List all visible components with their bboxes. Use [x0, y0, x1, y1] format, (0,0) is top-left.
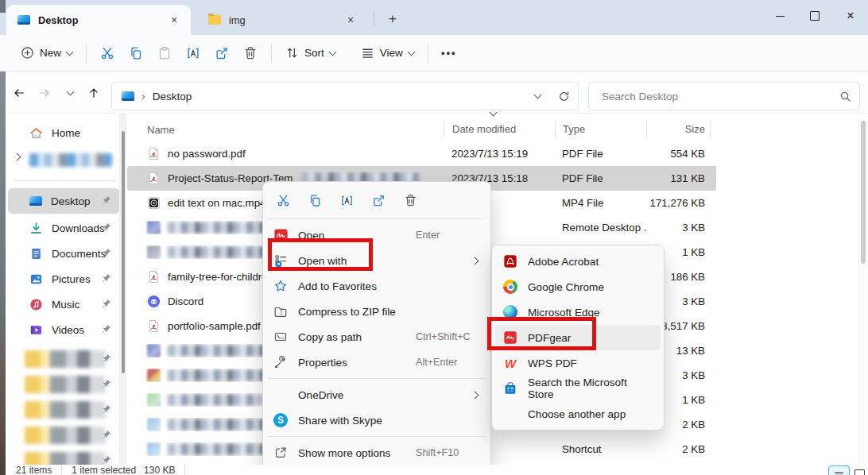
- home-icon: [29, 126, 43, 140]
- file-row-redacted[interactable]: 10:56 Remote Desktop ... 3 KB: [127, 215, 858, 240]
- desktop-icon: [122, 91, 134, 101]
- column-headers: Name Date modified Type Size: [127, 119, 858, 140]
- share-button[interactable]: [207, 41, 236, 66]
- file-name: edit text on mac.mp4: [168, 197, 265, 209]
- icons-view-toggle[interactable]: [851, 465, 868, 475]
- maximize-button[interactable]: [797, 0, 832, 32]
- view-button[interactable]: View: [354, 41, 421, 64]
- address-dropdown-icon[interactable]: [534, 91, 542, 99]
- submenu-item-google-chrome[interactable]: Google Chrome: [495, 274, 661, 299]
- up-button[interactable]: [83, 82, 105, 104]
- back-button[interactable]: [8, 82, 30, 104]
- menu-item-copy-as-path[interactable]: Copy as path Ctrl+Shift+C: [266, 324, 487, 349]
- expand-chevron-icon[interactable]: [14, 153, 21, 161]
- close-button[interactable]: ×: [833, 0, 868, 32]
- search-input[interactable]: [600, 90, 839, 103]
- discord-icon: [147, 295, 161, 308]
- star-icon: [273, 278, 289, 294]
- navigation-pane: Home Desktop Downloads Documents Picture…: [6, 114, 126, 465]
- rename-icon[interactable]: [336, 190, 357, 210]
- sidebar-item-redacted[interactable]: [8, 423, 119, 448]
- file-row[interactable]: no password.pdf 2023/7/13 15:19 PDF File…: [127, 141, 858, 166]
- redacted-file-icon: [147, 442, 161, 456]
- context-menu-quick-actions: [266, 185, 487, 215]
- sidebar-item-onedrive-redacted[interactable]: [8, 147, 119, 172]
- selection-size: 130 KB: [144, 465, 175, 475]
- new-button[interactable]: New: [14, 41, 79, 64]
- sidebar-item-pictures[interactable]: Pictures: [8, 266, 119, 292]
- menu-item-properties[interactable]: Properties Alt+Enter: [266, 349, 487, 375]
- menu-item-compress-zip[interactable]: Compress to ZIP file: [266, 299, 487, 324]
- new-tab-button[interactable]: +: [382, 9, 404, 29]
- share-icon[interactable]: [368, 190, 389, 210]
- breadcrumb-bar[interactable]: › Desktop: [111, 82, 579, 110]
- new-window-icon: [273, 445, 289, 461]
- sidebar-item-documents[interactable]: Documents: [8, 241, 119, 266]
- submenu-item-search-microsoft-store[interactable]: Search the Microsoft Store: [495, 376, 661, 401]
- chevron-down-icon: [66, 48, 74, 56]
- scrollbar-thumb[interactable]: [861, 121, 866, 264]
- sidebar-item-label: Home: [52, 127, 80, 139]
- menu-item-add-to-favorites[interactable]: Add to Favorites: [266, 273, 487, 299]
- tab-close-icon[interactable]: ×: [342, 11, 359, 29]
- forward-button[interactable]: [33, 82, 56, 104]
- breadcrumb-desktop[interactable]: Desktop: [153, 91, 192, 102]
- adobe-acrobat-icon: [503, 254, 517, 268]
- paste-button[interactable]: [150, 41, 179, 66]
- sort-button[interactable]: Sort: [278, 41, 343, 64]
- column-header-type[interactable]: Type: [555, 121, 646, 138]
- delete-button[interactable]: [236, 41, 265, 66]
- column-header-date-modified[interactable]: Date modified: [444, 121, 555, 138]
- search-icon[interactable]: [839, 91, 851, 102]
- sidebar-item-home[interactable]: Home: [8, 120, 119, 145]
- menu-item-share-with-skype[interactable]: S Share with Skype: [266, 407, 487, 433]
- file-row-redacted[interactable]: 14:43 Shortcut 2 KB: [127, 437, 858, 461]
- see-more-button[interactable]: •••: [435, 41, 463, 66]
- file-row-selected[interactable]: Project-Status-Report-Tem 2023/7/13 15:1…: [127, 166, 858, 191]
- sidebar-item-redacted[interactable]: [8, 372, 119, 397]
- column-header-name[interactable]: Name: [127, 124, 444, 136]
- column-header-size[interactable]: Size: [646, 121, 710, 138]
- redacted-text: [25, 350, 106, 368]
- file-type: PDF File: [555, 172, 646, 184]
- menu-item-show-more-options[interactable]: Show more options Shift+F10: [266, 440, 487, 465]
- minimize-button[interactable]: [762, 0, 797, 32]
- file-date: 2023/7/13 15:19: [444, 148, 555, 160]
- search-box[interactable]: [588, 82, 860, 110]
- pin-icon: [101, 353, 111, 364]
- file-size: 171,276 KB: [646, 197, 710, 209]
- details-view-toggle[interactable]: [828, 465, 850, 475]
- submenu-item-wps-pdf[interactable]: W WPS PDF: [495, 350, 661, 376]
- pdf-file-icon: [147, 172, 161, 185]
- copy-button[interactable]: [122, 41, 150, 66]
- file-row[interactable]: edit text on mac.mp4 14:19 MP4 File 171,…: [127, 191, 858, 215]
- submenu-item-choose-another-app[interactable]: Choose another app: [495, 401, 661, 427]
- tab-img[interactable]: img ×: [197, 8, 366, 32]
- tab-label: Desktop: [38, 14, 157, 26]
- tab-close-icon[interactable]: ×: [165, 11, 183, 29]
- menu-item-onedrive[interactable]: OneDrive: [266, 382, 487, 407]
- submenu-item-label: WPS PDF: [528, 357, 577, 369]
- submenu-item-adobe-acrobat[interactable]: Adobe Acrobat: [495, 249, 661, 274]
- cut-icon[interactable]: [273, 190, 293, 210]
- status-bar: 21 items 1 item selected 130 KB: [6, 465, 868, 475]
- sidebar-item-redacted[interactable]: [8, 346, 119, 372]
- sidebar-item-redacted[interactable]: [8, 448, 119, 465]
- documents-icon: [29, 247, 43, 261]
- cut-button[interactable]: [93, 41, 122, 66]
- sidebar-item-downloads[interactable]: Downloads: [8, 215, 119, 241]
- sort-arrows-icon: [285, 46, 299, 60]
- recent-locations-button[interactable]: [59, 82, 81, 104]
- refresh-icon[interactable]: [558, 91, 570, 102]
- sidebar-item-videos[interactable]: Videos: [8, 317, 119, 342]
- submenu-item-label: Google Chrome: [528, 281, 604, 293]
- rename-button[interactable]: [179, 41, 207, 66]
- sidebar-item-redacted[interactable]: [8, 397, 119, 423]
- delete-icon[interactable]: [400, 190, 420, 210]
- selection-status: 1 item selected: [72, 465, 136, 475]
- sidebar-item-music[interactable]: Music: [8, 292, 119, 317]
- sidebar-item-desktop[interactable]: Desktop: [8, 188, 119, 214]
- tab-desktop[interactable]: Desktop ×: [6, 5, 191, 35]
- copy-icon[interactable]: [304, 190, 325, 210]
- sidebar-scrollbar-thumb[interactable]: [122, 131, 125, 373]
